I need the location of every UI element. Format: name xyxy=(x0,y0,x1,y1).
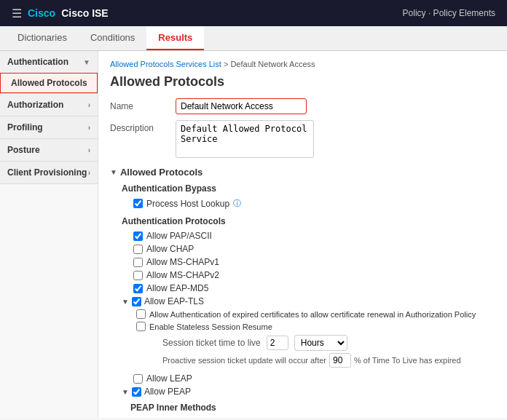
process-host-lookup-label[interactable]: Process Host Lookup xyxy=(146,199,229,209)
sidebar-section-header-authentication[interactable]: Authentication ▼ xyxy=(0,51,98,73)
allow-eap-md5-label[interactable]: Allow EAP-MD5 xyxy=(146,283,208,293)
breadcrumb-link[interactable]: Allowed Protocols Services List xyxy=(110,60,221,68)
hamburger-icon[interactable]: ☰ xyxy=(12,7,22,20)
main-layout: Authentication ▼ Allowed Protocols Autho… xyxy=(0,51,507,418)
sidebar-section-authentication: Authentication ▼ Allowed Protocols xyxy=(0,51,98,94)
allow-eap-tls-label[interactable]: Allow EAP-TLS xyxy=(144,296,204,306)
proactive-value-input[interactable] xyxy=(329,353,351,368)
session-ticket-row: Session ticket time to live Hours Minute… xyxy=(136,333,495,353)
allow-leap-label[interactable]: Allow LEAP xyxy=(146,373,192,384)
sidebar-section-header-posture[interactable]: Posture › xyxy=(0,139,98,161)
session-ticket-label: Session ticket time to live xyxy=(162,338,261,348)
process-host-lookup-row: Process Host Lookup ⓘ xyxy=(110,197,495,210)
sidebar-section-label-client-provisioning: Client Provisioning xyxy=(7,167,87,178)
top-nav-left: ☰ Cisco Cisco ISE xyxy=(12,7,109,20)
allow-peap-checkbox[interactable] xyxy=(132,387,141,397)
process-host-lookup-checkbox[interactable] xyxy=(133,199,143,208)
peap-inner-section: PEAP Inner Methods Allow EAP-MS-CHAPv2 A… xyxy=(110,403,495,418)
allow-peap-outer-row: ▼ Allow PEAP xyxy=(110,385,495,398)
sidebar-section-profiling: Profiling › xyxy=(0,116,98,139)
allow-eap-tls-checkbox[interactable] xyxy=(132,297,141,306)
allow-ms-chapv1-checkbox[interactable] xyxy=(133,258,143,267)
tab-results[interactable]: Results xyxy=(146,26,204,50)
tab-bar: Dictionaries Conditions Results xyxy=(0,26,507,51)
name-input[interactable] xyxy=(176,98,307,114)
allowed-protocols-section-title: Allowed Protocols xyxy=(120,167,203,178)
top-nav-breadcrumb: Policy · Policy Elements xyxy=(403,8,495,18)
tab-conditions[interactable]: Conditions xyxy=(79,26,146,50)
sidebar-section-header-client-provisioning[interactable]: Client Provisioning › xyxy=(0,162,98,183)
sidebar-section-header-profiling[interactable]: Profiling › xyxy=(0,116,98,138)
breadcrumb: Allowed Protocols Services List > Defaul… xyxy=(110,60,495,68)
proactive-text-1: Proactive session ticket update will occ… xyxy=(162,356,326,365)
name-field-row: Name xyxy=(110,98,495,114)
sidebar-section-authorization: Authorization › xyxy=(0,94,98,116)
sidebar-section-arrow-authorization: › xyxy=(88,101,90,109)
breadcrumb-separator: > xyxy=(224,60,228,68)
allow-ms-chapv2-row: Allow MS-CHAPv2 xyxy=(110,269,495,282)
session-ticket-unit-select[interactable]: Hours Minutes xyxy=(294,335,347,351)
sidebar-section-label-posture: Posture xyxy=(7,145,40,155)
allow-chap-row: Allow CHAP xyxy=(110,242,495,255)
sidebar: Authentication ▼ Allowed Protocols Autho… xyxy=(0,51,98,418)
sidebar-section-header-authorization[interactable]: Authorization › xyxy=(0,94,98,116)
allow-pap-ascii-row: Allow PAP/ASCII xyxy=(110,229,495,242)
auth-protocols-title: Authentication Protocols xyxy=(122,216,495,226)
peap-eap-ms-chapv2-row: Allow EAP-MS-CHAPv2 xyxy=(130,416,495,418)
page-title: Allowed Protocols xyxy=(110,74,495,90)
allow-chap-checkbox[interactable] xyxy=(133,245,143,254)
allow-pap-ascii-checkbox[interactable] xyxy=(133,231,143,241)
peap-inner-methods-title: PEAP Inner Methods xyxy=(130,403,495,413)
sidebar-section-label-authorization: Authorization xyxy=(7,100,63,110)
allowed-protocols-section-header: ▼ Allowed Protocols xyxy=(110,167,495,178)
cisco-logo: Cisco xyxy=(28,7,55,19)
allow-ms-chapv2-checkbox[interactable] xyxy=(133,271,143,280)
app-name: Cisco ISE xyxy=(61,7,109,19)
sidebar-section-arrow-profiling: › xyxy=(88,124,90,132)
breadcrumb-current: Default Network Access xyxy=(230,60,315,68)
allow-chap-label[interactable]: Allow CHAP xyxy=(146,244,194,254)
sidebar-section-label-profiling: Profiling xyxy=(7,122,43,132)
description-textarea[interactable]: Default Allowed Protocol Service xyxy=(176,120,314,158)
eap-tls-stateless-row: Enable Stateless Session Resume xyxy=(136,320,495,333)
peap-eap-ms-chapv2-label[interactable]: Allow EAP-MS-CHAPv2 xyxy=(144,417,237,418)
allowed-protocols-collapse-arrow[interactable]: ▼ xyxy=(110,168,117,176)
auth-bypass-title: Authentication Bypass xyxy=(122,183,495,194)
allow-ms-chapv2-label[interactable]: Allow MS-CHAPv2 xyxy=(146,270,219,280)
tab-dictionaries[interactable]: Dictionaries xyxy=(6,26,79,50)
process-host-lookup-info-icon[interactable]: ⓘ xyxy=(233,198,241,209)
allow-eap-md5-checkbox[interactable] xyxy=(133,284,143,293)
proactive-text-row: Proactive session ticket update will occ… xyxy=(136,353,495,368)
name-label: Name xyxy=(110,98,176,111)
eap-tls-options: Allow Authentication of expired certific… xyxy=(110,308,495,368)
allow-ms-chapv1-label[interactable]: Allow MS-CHAPv1 xyxy=(146,257,219,267)
allow-leap-row: Allow LEAP xyxy=(110,372,495,385)
allow-peap-label[interactable]: Allow PEAP xyxy=(144,387,191,397)
peap-eap-ms-chapv2-checkbox[interactable] xyxy=(130,418,140,419)
description-label: Description xyxy=(110,120,176,133)
sidebar-section-arrow-client-provisioning: › xyxy=(88,169,90,177)
allow-ms-chapv1-row: Allow MS-CHAPv1 xyxy=(110,255,495,269)
peap-expand-arrow[interactable]: ▼ xyxy=(122,388,129,396)
session-ticket-value-input[interactable] xyxy=(267,336,288,350)
sidebar-section-arrow-posture: › xyxy=(88,146,90,154)
allow-pap-ascii-label[interactable]: Allow PAP/ASCII xyxy=(146,231,212,241)
sidebar-section-client-provisioning: Client Provisioning › xyxy=(0,162,98,184)
sidebar-section-posture: Posture › xyxy=(0,139,98,162)
allow-eap-md5-row: Allow EAP-MD5 xyxy=(110,282,495,295)
description-field-row: Description Default Allowed Protocol Ser… xyxy=(110,120,495,158)
eap-tls-allow-auth-expired-row: Allow Authentication of expired certific… xyxy=(136,308,495,320)
eap-tls-allow-auth-expired-label[interactable]: Allow Authentication of expired certific… xyxy=(149,310,476,319)
eap-tls-allow-auth-expired-checkbox[interactable] xyxy=(136,309,146,319)
proactive-text-2: % of Time To Live has expired xyxy=(354,356,461,365)
allow-leap-checkbox[interactable] xyxy=(133,374,143,384)
sidebar-section-arrow-authentication: ▼ xyxy=(83,58,90,66)
sidebar-item-allowed-protocols[interactable]: Allowed Protocols xyxy=(0,73,98,93)
content-area: Allowed Protocols Services List > Defaul… xyxy=(98,51,507,418)
allow-eap-tls-outer-row: ▼ Allow EAP-TLS xyxy=(110,295,495,308)
eap-tls-stateless-label[interactable]: Enable Stateless Session Resume xyxy=(149,322,272,331)
sidebar-section-label-authentication: Authentication xyxy=(7,57,68,67)
eap-tls-stateless-checkbox[interactable] xyxy=(136,322,146,331)
eap-tls-expand-arrow[interactable]: ▼ xyxy=(122,298,129,306)
top-nav: ☰ Cisco Cisco ISE Policy · Policy Elemen… xyxy=(0,0,507,26)
